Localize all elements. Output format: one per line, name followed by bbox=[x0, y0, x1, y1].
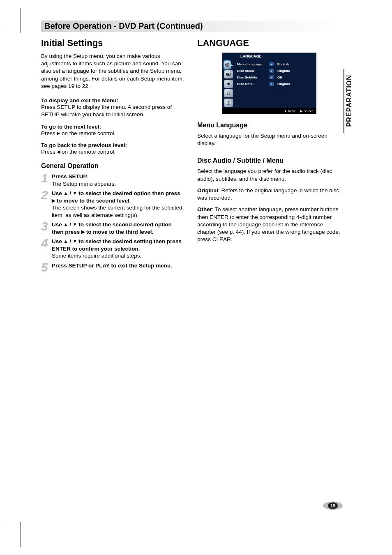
osd-title: LANGUAGE bbox=[222, 53, 262, 59]
osd-body: ▸ bbox=[222, 60, 316, 108]
step-2: 2 Use ▲ / ▼ to select the desired option… bbox=[41, 190, 185, 219]
osd-row: Disc Menu ▸ Original bbox=[237, 81, 314, 87]
prev-level-title: To go back to the previous level: bbox=[41, 142, 185, 148]
osd-row: Disc Subtitle ▸ Off bbox=[237, 74, 314, 81]
disc-asm-p1: Select the language you prefer for the a… bbox=[197, 168, 341, 182]
osd-label: Disc Audio bbox=[237, 69, 267, 73]
right-arrow-icon: ▶ bbox=[300, 109, 302, 113]
disc-asm-other: Other: To select another language, press… bbox=[197, 206, 341, 243]
osd-foot-move: ♦Move bbox=[285, 109, 296, 113]
next-level-title: To go to the next level: bbox=[41, 124, 185, 130]
step-bold: Use ▲ / ▼ to select the desired option t… bbox=[52, 190, 180, 204]
osd-footer: ♦Move ▶Select bbox=[222, 108, 316, 114]
osd-row: Menu Language ▸ English bbox=[237, 61, 314, 67]
step-number: 3 bbox=[41, 221, 49, 232]
intro-text: By using the Setup menu, you can make va… bbox=[41, 53, 185, 90]
osd-screenshot: LANGUAGE ▸ bbox=[222, 53, 316, 114]
heading-initial-settings: Initial Settings bbox=[41, 38, 185, 48]
label: Original bbox=[197, 187, 218, 193]
page-number-badge: 19 bbox=[323, 502, 343, 510]
up-arrow-icon: ▲ bbox=[64, 222, 68, 227]
steps-list: 1 Press SETUP. The Setup menu appears. 2… bbox=[41, 173, 185, 273]
text: to move to the second level. bbox=[55, 198, 131, 204]
general-operation-heading: General Operation bbox=[41, 162, 185, 170]
crop-mark bbox=[4, 526, 21, 526]
next-level-body: Press ▶ on the remote control. bbox=[41, 130, 185, 137]
osd-title-row: LANGUAGE bbox=[222, 53, 316, 60]
osd-tab-language-icon bbox=[224, 61, 231, 69]
disc-asm-original: Original: Refers to the original languag… bbox=[197, 187, 341, 202]
step-text: The Setup menu appears. bbox=[52, 181, 116, 187]
right-arrow-icon: ▸ bbox=[269, 75, 274, 79]
step-body: Press SETUP or PLAY to exit the Setup me… bbox=[52, 262, 172, 269]
text: Use bbox=[52, 221, 64, 228]
text: : To select another language, press numb… bbox=[197, 206, 340, 242]
osd-tab-audio-icon bbox=[224, 80, 233, 88]
step-bold: Use ▲ / ▼ to select the desired setting … bbox=[52, 238, 182, 252]
crop-mark bbox=[21, 8, 21, 33]
step-body: Press SETUP. The Setup menu appears. bbox=[52, 173, 116, 187]
text: / bbox=[68, 238, 72, 244]
text: Use bbox=[52, 190, 64, 196]
step-bold: Use ▲ / ▼ to select the second desired o… bbox=[52, 221, 172, 235]
osd-tab-display-icon bbox=[224, 70, 233, 78]
osd-row: Disc Audio ▸ Original bbox=[237, 67, 314, 74]
text: : Refers to the original language in whi… bbox=[197, 187, 339, 201]
osd-foot-text: Move bbox=[288, 109, 296, 113]
crop-mark bbox=[21, 522, 21, 547]
columns: Initial Settings By using the Setup menu… bbox=[41, 38, 341, 275]
text: Press bbox=[41, 130, 57, 136]
step-1: 1 Press SETUP. The Setup menu appears. bbox=[41, 173, 185, 187]
label: Other bbox=[197, 206, 212, 212]
down-arrow-icon: ▼ bbox=[73, 239, 77, 244]
right-arrow-icon: ▸ bbox=[269, 69, 274, 73]
osd-list: Menu Language ▸ English Disc Audio ▸ Ori… bbox=[234, 60, 316, 108]
right-arrow-icon: ▶ bbox=[81, 229, 85, 234]
step-5: 5 Press SETUP or PLAY to exit the Setup … bbox=[41, 262, 185, 273]
updown-arrow-icon: ♦ bbox=[285, 109, 286, 113]
osd-tabs: ▸ bbox=[222, 60, 234, 108]
osd-value: Original bbox=[277, 82, 290, 86]
step-bold: Press SETUP. bbox=[52, 173, 88, 180]
svg-rect-2 bbox=[227, 74, 229, 75]
page-number-wrap: 19 bbox=[323, 502, 343, 510]
osd-label: Disc Subtitle bbox=[237, 76, 267, 79]
text: / bbox=[68, 221, 72, 228]
svg-rect-3 bbox=[227, 93, 230, 95]
menu-language-heading: Menu Language bbox=[197, 122, 341, 129]
text: to move to the third level. bbox=[85, 229, 153, 235]
osd-label: Disc Menu bbox=[237, 82, 267, 86]
step-text: Some items require additional steps. bbox=[52, 253, 141, 259]
osd-tab-other-icon bbox=[224, 99, 233, 107]
side-tab: PREPARATION bbox=[344, 69, 353, 133]
right-arrow-icon: ▶ bbox=[52, 198, 55, 203]
osd-tab-lock-icon bbox=[224, 89, 233, 97]
text: to select the desired option then press bbox=[77, 190, 180, 196]
text: / bbox=[68, 190, 72, 196]
osd-label: Menu Language bbox=[237, 62, 267, 66]
heading-language: LANGUAGE bbox=[197, 38, 341, 48]
text: on the remote control. bbox=[60, 149, 115, 155]
step-3: 3 Use ▲ / ▼ to select the second desired… bbox=[41, 221, 185, 235]
step-bold: Press SETUP or PLAY to exit the Setup me… bbox=[52, 263, 172, 269]
osd-foot-text: Select bbox=[304, 109, 313, 113]
text: on the remote control. bbox=[60, 130, 115, 136]
osd-selected-arrow-icon: ▸ bbox=[231, 63, 233, 67]
step-number: 4 bbox=[41, 238, 49, 249]
osd-value: Original bbox=[277, 69, 290, 73]
step-number: 5 bbox=[41, 262, 49, 273]
right-column: LANGUAGE LANGUAGE ▸ bbox=[197, 38, 341, 275]
menu-language-body: Select a language for the Setup menu and… bbox=[197, 132, 341, 147]
display-exit-body: Press SETUP to display the menu. A secon… bbox=[41, 104, 185, 118]
down-arrow-icon: ▼ bbox=[73, 222, 77, 227]
crop-mark bbox=[4, 29, 21, 29]
step-body: Use ▲ / ▼ to select the desired option t… bbox=[52, 190, 185, 219]
right-arrow-icon: ▸ bbox=[269, 82, 274, 86]
text: Press bbox=[41, 149, 57, 155]
text: Use bbox=[52, 238, 64, 244]
up-arrow-icon: ▲ bbox=[64, 239, 68, 244]
osd-foot-select: ▶Select bbox=[300, 109, 313, 113]
page-number: 19 bbox=[328, 502, 338, 509]
section-bar: Before Operation - DVD Part (Continued) bbox=[41, 21, 341, 32]
step-number: 1 bbox=[41, 173, 49, 184]
